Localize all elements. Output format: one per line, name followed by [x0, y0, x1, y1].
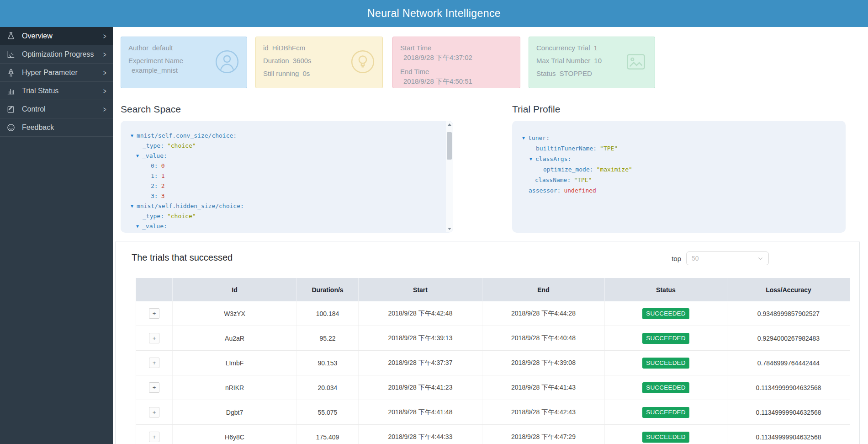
start-time-label: Start Time — [400, 44, 431, 52]
end-time-row: End Time2018/9/28 下午4:50:51 — [400, 68, 513, 86]
trials-panel: The trials that successed top 50 Id Dura… — [115, 241, 860, 444]
json-key: className: — [535, 177, 571, 183]
expand-row-button[interactable]: + — [149, 358, 159, 368]
still-running-value: 0s — [302, 70, 310, 77]
trial-duration-cell: 95.22 — [297, 326, 359, 350]
json-line: 2:2 — [131, 181, 441, 191]
top-select[interactable]: 50 — [686, 251, 769, 265]
trial-end-cell: 2018/9/28 下午4:47:29 — [482, 425, 605, 444]
json-key: optimize_mode: — [543, 166, 593, 173]
sidebar-item-label: Trial Status — [22, 87, 103, 95]
id-value: HiDBhFcm — [272, 44, 306, 52]
expand-row-button[interactable]: + — [149, 308, 159, 319]
table-row: + Au2aR 95.22 2018/9/28 下午4:39:13 2018/9… — [136, 326, 850, 351]
status-badge: SUCCEEDED — [642, 432, 689, 443]
collapse-arrow-icon[interactable]: ▼ — [529, 154, 532, 164]
sidebar-item-hyper-parameter[interactable]: Hyper Parameter > — [0, 64, 113, 82]
sidebar-item-control[interactable]: Control > — [0, 100, 113, 118]
sidebar-item-label: Optimization Progress — [22, 50, 103, 59]
flask-icon — [6, 31, 16, 41]
json-value: 1 — [161, 172, 165, 179]
json-line: ▼_value: — [131, 221, 441, 231]
sidebar-item-overview[interactable]: Overview > — [0, 27, 113, 45]
json-line: className:"TPE" — [522, 175, 834, 185]
collapse-arrow-icon[interactable]: ▼ — [136, 221, 139, 231]
json-key: _type: — [143, 213, 164, 219]
trial-id-cell: Au2aR — [173, 326, 297, 350]
json-key: assessor: — [529, 187, 561, 194]
scroll-down-button[interactable] — [446, 225, 453, 232]
sidebar-item-trial-status[interactable]: Trial Status > — [0, 82, 113, 100]
duration-label: Duration — [263, 57, 289, 64]
sidebar-item-feedback[interactable]: Feedback — [0, 118, 113, 137]
search-space-json: ▼mnist/self.conv_size/choice: _type:"cho… — [121, 121, 453, 231]
json-value: "TPE" — [574, 177, 592, 183]
collapse-arrow-icon[interactable]: ▼ — [131, 201, 133, 211]
trial-loss-cell: 0.9294000267982483 — [727, 326, 850, 350]
status-badge: SUCCEEDED — [642, 358, 689, 369]
trial-profile-json: ▼tuner: builtinTunerName:"TPE" ▼classArg… — [512, 121, 846, 196]
trial-loss-cell: 0.11349999904632568 — [727, 400, 850, 424]
trial-start-cell: 2018/9/28 下午4:41:48 — [359, 400, 482, 424]
trial-end-cell: 2018/9/28 下午4:42:43 — [482, 400, 605, 424]
json-value: 3 — [161, 193, 165, 199]
json-value: undefined — [564, 187, 596, 194]
top-select-value: 50 — [692, 255, 757, 262]
app-title: Neural Network Intelligence — [367, 7, 501, 20]
duration-value: 3600s — [293, 57, 312, 64]
trial-start-cell: 2018/9/28 下午4:42:48 — [359, 301, 482, 326]
sidebar-item-label: Overview — [22, 32, 103, 40]
status-badge: SUCCEEDED — [642, 407, 689, 418]
search-space-panel: ▼mnist/self.conv_size/choice: _type:"cho… — [121, 121, 453, 233]
scatter-chart-icon — [6, 49, 16, 59]
expand-row-button[interactable]: + — [149, 432, 159, 442]
sidebar: Overview > Optimization Progress > Hyper… — [0, 27, 113, 444]
trial-id-cell: H6y8C — [173, 425, 297, 444]
sidebar-item-label: Control — [22, 105, 103, 113]
status-badge: SUCCEEDED — [642, 382, 689, 393]
trial-duration-cell: 175.409 — [297, 425, 359, 444]
trial-end-cell: 2018/9/28 下午4:44:28 — [482, 301, 605, 326]
json-line: 3:3 — [131, 191, 441, 201]
trials-title: The trials that successed — [132, 252, 233, 263]
trial-profile-title: Trial Profile — [512, 104, 560, 115]
json-key: mnist/self.conv_size/choice: — [137, 132, 237, 139]
json-value: "choice" — [167, 213, 196, 219]
scroll-up-button[interactable] — [446, 121, 453, 128]
json-line: 0:0 — [131, 161, 441, 171]
expand-row-button[interactable]: + — [149, 382, 159, 393]
column-header-end: End — [482, 278, 605, 301]
collapse-arrow-icon[interactable]: ▼ — [131, 131, 133, 141]
column-header-expand — [136, 278, 173, 301]
expand-row-button[interactable]: + — [149, 333, 159, 343]
json-key: builtinTunerName: — [536, 145, 597, 152]
user-icon — [215, 49, 239, 76]
json-value: 2 — [161, 182, 165, 189]
json-value: "maximize" — [597, 166, 632, 173]
trial-loss-cell: 0.9348999857902527 — [727, 301, 850, 326]
scrollbar-thumb[interactable] — [447, 132, 452, 160]
collapse-arrow-icon[interactable]: ▼ — [522, 133, 525, 143]
sidebar-item-optimization-progress[interactable]: Optimization Progress > — [0, 45, 113, 64]
trial-end-cell: 2018/9/28 下午4:41:43 — [482, 375, 605, 400]
time-card: Start Time2018/9/28 下午4:37:02 End Time20… — [392, 37, 520, 88]
json-line: ▼tuner: — [522, 133, 834, 143]
json-key: _value: — [142, 152, 167, 159]
json-value: "TPE" — [600, 145, 618, 152]
json-key: _value: — [142, 223, 167, 230]
image-icon — [625, 50, 647, 75]
trial-id-cell: Dgbt7 — [173, 400, 297, 424]
chevron-right-icon: > — [103, 86, 106, 96]
search-space-scrollbar — [446, 121, 453, 232]
collapse-arrow-icon[interactable]: ▼ — [136, 151, 139, 161]
expand-row-button[interactable]: + — [149, 407, 159, 417]
status-value: STOPPED — [560, 70, 592, 77]
trial-start-cell: 2018/9/28 下午4:41:23 — [359, 375, 482, 400]
trial-id-cell: LImbF — [173, 351, 297, 375]
table-row: + nRIKR 20.034 2018/9/28 下午4:41:23 2018/… — [136, 375, 850, 400]
start-time-row: Start Time2018/9/28 下午4:37:02 — [400, 44, 513, 62]
trial-start-cell: 2018/9/28 下午4:44:33 — [359, 425, 482, 444]
author-label: Author — [128, 44, 148, 52]
json-line: ▼mnist/self.hidden_size/choice: — [131, 201, 441, 211]
edit-icon — [6, 104, 16, 114]
